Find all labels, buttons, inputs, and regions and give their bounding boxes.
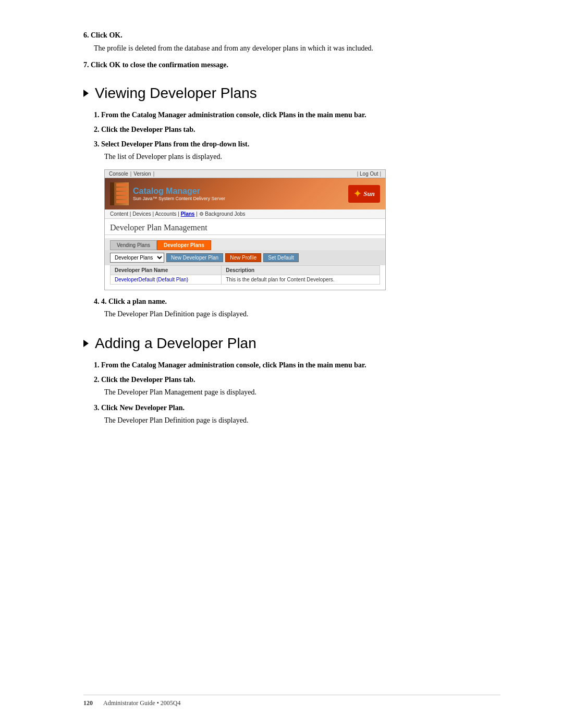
book-page-4 bbox=[116, 196, 128, 199]
developer-plans-table: Developer Plan Name Description Develope… bbox=[110, 265, 380, 285]
book-page-3 bbox=[116, 192, 128, 195]
step-6-label: 6. Click OK. bbox=[83, 31, 500, 40]
viewing-step-4-body: The Developer Plan Definition page is di… bbox=[104, 309, 500, 319]
catalog-manager-subtitle: Sun Java™ System Content Delivery Server bbox=[133, 196, 225, 201]
topbar-left: Console | Version | bbox=[109, 171, 154, 177]
viewing-step-2: 2. Click the Developer Plans tab. bbox=[94, 126, 500, 134]
topbar-version[interactable]: Version bbox=[133, 171, 151, 177]
viewing-step-3-body: The list of Developer plans is displayed… bbox=[104, 151, 500, 162]
adding-step-1-label: 1. From the Catalog Manager administrati… bbox=[94, 361, 500, 369]
book-page-2 bbox=[116, 188, 128, 191]
adding-step-2: 2. Click the Developer Plans tab. The De… bbox=[94, 376, 500, 398]
ui-page-title: Developer Plan Management bbox=[105, 219, 385, 235]
step-7-label: 7. Click OK to close the confirmation me… bbox=[83, 61, 500, 69]
set-default-button[interactable]: Set Default bbox=[263, 253, 298, 262]
new-developer-plan-button[interactable]: New Developer Plan bbox=[166, 253, 223, 262]
topbar-console[interactable]: Console bbox=[109, 171, 128, 177]
plan-description-cell: This is the default plan for Content Dev… bbox=[222, 275, 380, 285]
book-spine bbox=[110, 182, 114, 205]
viewing-step-1-label: 1. From the Catalog Manager administrati… bbox=[94, 111, 500, 119]
book-page-5 bbox=[116, 200, 128, 203]
ui-toolbar: Developer Plans New Developer Plan New P… bbox=[105, 250, 385, 265]
triangle-icon bbox=[83, 90, 89, 97]
header-left: Catalog Manager Sun Java™ System Content… bbox=[110, 182, 225, 205]
new-profile-button[interactable]: New Profile bbox=[225, 253, 261, 262]
step-6-body: The profile is deleted from the database… bbox=[94, 43, 500, 54]
footer-page-number: 120 bbox=[83, 699, 93, 707]
section-viewing-title: Viewing Developer Plans bbox=[95, 85, 257, 102]
page-footer: 120 Administrator Guide • 2005Q4 bbox=[83, 695, 500, 707]
topbar-right: | Log Out | bbox=[357, 171, 381, 177]
adding-step-3: 3. Click New Developer Plan. The Develop… bbox=[94, 404, 500, 426]
ui-topbar: Console | Version | | Log Out | bbox=[105, 170, 385, 178]
ui-header: Catalog Manager Sun Java™ System Content… bbox=[105, 178, 385, 209]
section-viewing-heading: Viewing Developer Plans bbox=[83, 85, 500, 102]
topbar-sep4: | bbox=[380, 171, 381, 177]
nav-accounts[interactable]: Accounts bbox=[155, 211, 176, 217]
table-row: DeveloperDefault (Default Plan) This is … bbox=[111, 275, 380, 285]
nav-content[interactable]: Content bbox=[110, 211, 128, 217]
adding-step-3-body: The Developer Plan Definition page is di… bbox=[104, 415, 500, 426]
sun-diamond-icon: ✦ bbox=[353, 188, 361, 200]
viewing-step-3: 3. Select Developer Plans from the drop-… bbox=[94, 140, 500, 290]
tab-developer-plans[interactable]: Developer Plans bbox=[157, 240, 211, 250]
topbar-sep2: | bbox=[153, 171, 155, 177]
viewing-step-1: 1. From the Catalog Manager administrati… bbox=[94, 111, 500, 119]
plan-name-cell: DeveloperDefault (Default Plan) bbox=[111, 275, 222, 285]
catalog-manager-title: Catalog Manager bbox=[133, 187, 225, 196]
plan-name-link[interactable]: DeveloperDefault (Default Plan) bbox=[115, 277, 188, 282]
topbar-sep1: | bbox=[130, 171, 132, 177]
ui-table-wrap: Developer Plan Name Description Develope… bbox=[105, 265, 385, 290]
nav-devices[interactable]: Devices bbox=[132, 211, 151, 217]
page: 6. Click OK. The profile is deleted from… bbox=[0, 0, 563, 728]
topbar-logout[interactable]: Log Out bbox=[360, 171, 378, 177]
step-7-block: 7. Click OK to close the confirmation me… bbox=[83, 61, 500, 69]
developer-plans-dropdown[interactable]: Developer Plans bbox=[110, 253, 164, 263]
col-description: Description bbox=[222, 266, 380, 275]
adding-steps: 1. From the Catalog Manager administrati… bbox=[94, 361, 500, 426]
viewing-step-4: 4. 4. Click a plan name. The Developer P… bbox=[94, 298, 500, 319]
triangle-icon-2 bbox=[83, 340, 89, 347]
header-title: Catalog Manager Sun Java™ System Content… bbox=[133, 187, 225, 201]
sun-logo: ✦ Sun bbox=[348, 185, 380, 203]
adding-step-3-label: 3. Click New Developer Plan. bbox=[94, 404, 500, 412]
nav-background-icon: ⚙ bbox=[199, 211, 204, 217]
adding-step-2-label: 2. Click the Developer Plans tab. bbox=[94, 376, 500, 384]
book-icon bbox=[110, 182, 129, 205]
section-adding-heading: Adding a Developer Plan bbox=[83, 335, 500, 352]
section-adding-title: Adding a Developer Plan bbox=[95, 335, 256, 352]
ui-tabs: Vending Plans Developer Plans bbox=[105, 238, 385, 250]
sun-text: Sun bbox=[363, 190, 375, 198]
topbar-sep3: | bbox=[357, 171, 359, 177]
table-header-row: Developer Plan Name Description bbox=[111, 266, 380, 275]
viewing-steps: 1. From the Catalog Manager administrati… bbox=[94, 111, 500, 319]
nav-background-jobs[interactable]: Background Jobs bbox=[205, 211, 245, 217]
ui-navbar: Content | Devices | Accounts | Plans | ⚙… bbox=[105, 209, 385, 219]
adding-step-1: 1. From the Catalog Manager administrati… bbox=[94, 361, 500, 369]
tab-vending-plans[interactable]: Vending Plans bbox=[110, 240, 157, 250]
ui-screenshot: Console | Version | | Log Out | bbox=[104, 169, 386, 290]
viewing-step-2-label: 2. Click the Developer Plans tab. bbox=[94, 126, 500, 134]
footer-text: Administrator Guide • 2005Q4 bbox=[103, 699, 181, 707]
book-page-1 bbox=[116, 183, 128, 187]
nav-plans[interactable]: Plans bbox=[181, 211, 195, 217]
col-plan-name: Developer Plan Name bbox=[111, 266, 222, 275]
adding-step-2-body: The Developer Plan Management page is di… bbox=[104, 387, 500, 398]
viewing-step-3-label: 3. Select Developer Plans from the drop-… bbox=[94, 140, 500, 149]
viewing-step-4-label: 4. 4. Click a plan name. bbox=[94, 298, 500, 306]
step-6-block: 6. Click OK. The profile is deleted from… bbox=[83, 31, 500, 54]
